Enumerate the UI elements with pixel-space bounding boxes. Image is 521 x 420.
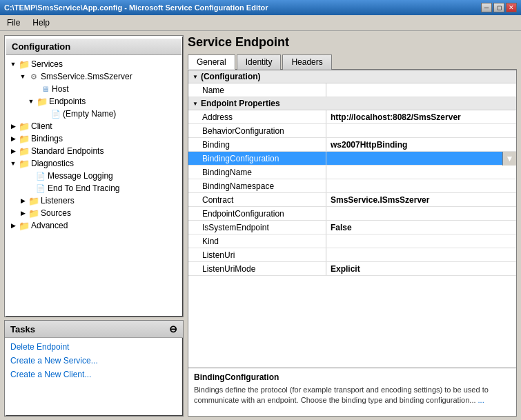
tree-item-endtoend[interactable]: 📄 End To End Tracing bbox=[8, 182, 180, 194]
tree-item-diagnostics[interactable]: ▼ 📁 Diagnostics bbox=[8, 157, 180, 170]
prop-name-behaviorconfiguration: BehaviorConfiguration bbox=[188, 124, 326, 137]
expand-client: ▶ bbox=[9, 122, 17, 130]
prop-row-kind[interactable]: Kind bbox=[188, 234, 516, 248]
left-panel: Configuration ▼ 📁 Services ▼ ⚙ SmsServic… bbox=[4, 35, 184, 417]
prop-row-bindingconfiguration[interactable]: BindingConfiguration ▼ bbox=[188, 152, 516, 166]
tab-headers[interactable]: Headers bbox=[282, 54, 331, 70]
delete-endpoint-link[interactable]: Delete Endpoint bbox=[10, 342, 177, 352]
dropdown-arrow-bindingconfiguration[interactable]: ▼ bbox=[502, 152, 516, 166]
tasks-header: Tasks ⊖ bbox=[5, 321, 183, 338]
tree-item-bindings[interactable]: ▶ 📁 Bindings bbox=[8, 132, 180, 145]
prop-value-bindingnamespace[interactable] bbox=[326, 179, 516, 192]
expand-diagnostics: ▼ bbox=[9, 159, 17, 168]
close-button[interactable]: ✕ bbox=[506, 3, 517, 12]
prop-name-binding: Binding bbox=[188, 138, 326, 151]
right-panel: Service Endpoint General Identity Header… bbox=[188, 35, 517, 417]
prop-row-listenurimode[interactable]: ListenUriMode Explicit bbox=[188, 262, 516, 276]
properties-grid: ▼ (Configuration) Name ▼ Endpoint Proper… bbox=[188, 70, 517, 368]
section-header-endpoint: ▼ Endpoint Properties bbox=[188, 97, 516, 110]
section-header-configuration: ▼ (Configuration) bbox=[188, 70, 516, 83]
folder-icon-client: 📁 bbox=[19, 121, 30, 132]
prop-name-bindingnamespace: BindingNamespace bbox=[188, 179, 326, 192]
prop-row-endpointconfiguration[interactable]: EndpointConfiguration bbox=[188, 207, 516, 221]
expand-sources: ▶ bbox=[19, 209, 27, 217]
expand-listeners: ▶ bbox=[19, 197, 27, 205]
tabs-container: General Identity Headers bbox=[188, 54, 517, 70]
prop-row-bindingnamespace[interactable]: BindingNamespace bbox=[188, 179, 516, 193]
tab-general[interactable]: General bbox=[188, 54, 235, 70]
prop-value-endpointconfiguration[interactable] bbox=[326, 207, 516, 220]
prop-row-address[interactable]: Address http://localhost:8082/SmsSzerver bbox=[188, 110, 516, 124]
create-client-link[interactable]: Create a New Client... bbox=[10, 370, 177, 379]
prop-row-listenuri[interactable]: ListenUri bbox=[188, 248, 516, 262]
window-controls: ─ ◻ ✕ bbox=[481, 3, 517, 12]
tree-item-messagelogging[interactable]: 📄 Message Logging bbox=[8, 170, 180, 182]
configuration-tree-panel: Configuration ▼ 📁 Services ▼ ⚙ SmsServic… bbox=[4, 35, 184, 317]
prop-value-binding[interactable]: ws2007HttpBinding bbox=[326, 138, 516, 151]
create-service-link[interactable]: Create a New Service... bbox=[10, 356, 177, 366]
prop-value-address[interactable]: http://localhost:8082/SmsSzerver bbox=[326, 110, 516, 123]
prop-row-issystemendpoint[interactable]: IsSystemEndpoint False bbox=[188, 221, 516, 234]
expand-services: ▼ bbox=[9, 60, 17, 68]
expand-advanced: ▶ bbox=[9, 221, 17, 230]
prop-value-listenurimode[interactable]: Explicit bbox=[326, 262, 516, 275]
menu-file[interactable]: File bbox=[4, 17, 23, 29]
tab-identity[interactable]: Identity bbox=[237, 54, 282, 70]
folder-icon-advanced: 📁 bbox=[19, 220, 30, 231]
main-container: Configuration ▼ 📁 Services ▼ ⚙ SmsServic… bbox=[0, 31, 521, 420]
service-endpoint-header: Service Endpoint bbox=[188, 35, 517, 50]
tasks-panel: Tasks ⊖ Delete Endpoint Create a New Ser… bbox=[4, 320, 184, 417]
prop-row-behaviorconfiguration[interactable]: BehaviorConfiguration bbox=[188, 124, 516, 138]
folder-icon-bindings: 📁 bbox=[19, 133, 30, 144]
prop-value-behaviorconfiguration[interactable] bbox=[326, 124, 516, 137]
folder-icon-endpoints: 📁 bbox=[37, 96, 48, 107]
tree-item-services[interactable]: ▼ 📁 Services bbox=[8, 58, 180, 70]
prop-name-contract: Contract bbox=[188, 193, 326, 206]
minimize-button[interactable]: ─ bbox=[481, 3, 492, 12]
folder-icon-standardendpoints: 📁 bbox=[19, 146, 30, 157]
tree-item-host[interactable]: 🖥 Host bbox=[8, 83, 180, 95]
desc-title: BindingConfiguration bbox=[194, 372, 511, 382]
prop-name-name: Name bbox=[188, 83, 326, 97]
restore-button[interactable]: ◻ bbox=[493, 3, 504, 12]
tree-item-client[interactable]: ▶ 📁 Client bbox=[8, 120, 180, 132]
prop-row-binding[interactable]: Binding ws2007HttpBinding bbox=[188, 138, 516, 152]
expand-standardendpoints: ▶ bbox=[9, 147, 17, 155]
tree-item-advanced[interactable]: ▶ 📁 Advanced bbox=[8, 219, 180, 232]
menu-help[interactable]: Help bbox=[30, 17, 52, 29]
tree-item-smsservice[interactable]: ▼ ⚙ SmsService.SmsSzerver bbox=[8, 70, 180, 83]
prop-name-endpointconfiguration: EndpointConfiguration bbox=[188, 207, 326, 220]
expand-configuration-icon: ▼ bbox=[193, 74, 198, 80]
tree-item-sources[interactable]: ▶ 📁 Sources bbox=[8, 207, 180, 219]
prop-row-bindingname[interactable]: BindingName bbox=[188, 166, 516, 179]
prop-value-listenuri[interactable] bbox=[326, 248, 516, 261]
desc-text: Bindings define the protocol (for exampl… bbox=[194, 385, 511, 406]
tree-item-emptyname[interactable]: 📄 (Empty Name) bbox=[8, 108, 180, 120]
prop-value-bindingname[interactable] bbox=[326, 166, 516, 179]
configuration-header: Configuration bbox=[6, 39, 181, 55]
prop-name-bindingname: BindingName bbox=[188, 166, 326, 179]
desc-link[interactable]: ... bbox=[478, 396, 484, 404]
prop-row-name[interactable]: Name bbox=[188, 83, 516, 97]
tree-item-standardendpoints[interactable]: ▶ 📁 Standard Endpoints bbox=[8, 145, 180, 157]
tasks-collapse-icon[interactable]: ⊖ bbox=[169, 323, 177, 334]
doc-icon-host: 🖥 bbox=[39, 83, 50, 94]
prop-row-contract[interactable]: Contract SmsService.ISmsSzerver bbox=[188, 193, 516, 207]
prop-value-contract[interactable]: SmsService.ISmsSzerver bbox=[326, 193, 516, 206]
prop-name-issystemendpoint: IsSystemEndpoint bbox=[188, 221, 326, 234]
prop-value-name[interactable] bbox=[326, 83, 516, 97]
prop-value-bindingconfiguration[interactable]: ▼ bbox=[326, 152, 516, 165]
prop-name-listenuri: ListenUri bbox=[188, 248, 326, 261]
prop-name-kind: Kind bbox=[188, 234, 326, 248]
tree-item-endpoints[interactable]: ▼ 📁 Endpoints bbox=[8, 95, 180, 108]
expand-endpoint-icon: ▼ bbox=[193, 101, 198, 107]
expand-endpoints: ▼ bbox=[27, 97, 35, 106]
tree-item-listeners[interactable]: ▶ 📁 Listeners bbox=[8, 194, 180, 207]
expand-bindings: ▶ bbox=[9, 134, 17, 143]
folder-icon-diagnostics: 📁 bbox=[19, 158, 30, 169]
doc-icon-messagelogging: 📄 bbox=[35, 170, 46, 181]
tasks-content: Delete Endpoint Create a New Service... … bbox=[5, 338, 183, 383]
prop-value-kind[interactable] bbox=[326, 234, 516, 248]
folder-icon-sources: 📁 bbox=[28, 208, 39, 219]
prop-value-issystemendpoint[interactable]: False bbox=[326, 221, 516, 234]
